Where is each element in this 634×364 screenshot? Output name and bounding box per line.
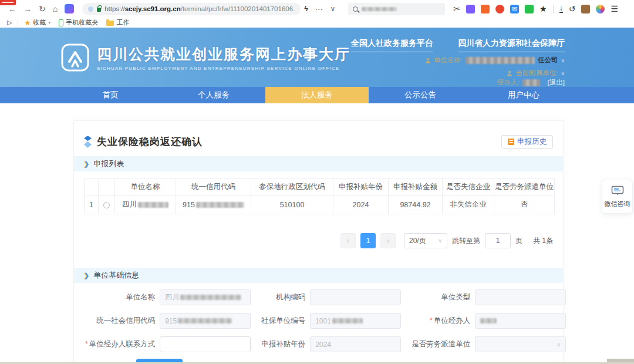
history-undo-icon[interactable]: ↺ xyxy=(569,4,576,14)
bookmark-favorites-label: 收藏 xyxy=(33,18,46,27)
site-logo-icon xyxy=(60,43,90,72)
browser-search-input[interactable] xyxy=(348,3,445,15)
nav-item-home[interactable]: 首页 xyxy=(59,87,162,103)
jump-page-input[interactable] xyxy=(485,233,511,248)
phone-icon xyxy=(59,19,63,26)
credit-code-redacted xyxy=(178,318,232,323)
field-labor-dispatch-label: 是否劳务派遣单位 xyxy=(412,339,470,349)
content-card: 失业保险稳岗返还确认 申报历史 ❯ 申报列表 单位名称 统一信用代码 参保地行政… xyxy=(73,120,564,364)
profile-avatar-icon[interactable] xyxy=(596,5,605,14)
url-host: scejy.sc91.org.cn xyxy=(125,5,181,12)
mail-icon[interactable]: ✉ xyxy=(510,5,519,14)
link-provincial-dept[interactable]: 四川省人力资源和社会保障厅 xyxy=(458,38,565,52)
back-icon[interactable]: ← xyxy=(8,4,16,14)
header-unit-row[interactable]: 单位名称: 任公司 ∨ xyxy=(425,56,565,65)
toolbar-extension-icons: ✂ ✉ ★ ↓ ↺ ☰ xyxy=(453,4,618,14)
declare-table: 单位名称 统一信用代码 参保地行政区划代码 申报补贴年份 申报补贴金额 是否失信… xyxy=(84,178,555,214)
unit-name-redacted xyxy=(180,295,241,300)
row-radio-button[interactable] xyxy=(103,202,110,208)
cell-subsidy-year: 2024 xyxy=(333,196,389,214)
credit-code-value: 915 xyxy=(165,317,177,325)
header-affiliate-row[interactable]: 当前附属单位: ∨ xyxy=(507,69,565,77)
field-unit-agent: *单位经办人 xyxy=(412,313,566,329)
weibo-extension-icon[interactable] xyxy=(495,5,504,14)
pagination: ‹ 1 › 20/页 ∨ 跳转至第 页 共 1条 xyxy=(84,233,553,248)
url-text: https://scejy.sc91.org.cn/terminal/pc/fr… xyxy=(104,5,295,12)
bookmark-favorites[interactable]: ★ 收藏 ▾ xyxy=(24,18,50,27)
wechat-consult-widget[interactable]: 微信咨询 xyxy=(602,180,633,214)
subsidy-year-input: 2024 xyxy=(310,336,401,352)
page-size-select[interactable]: 20/页 ∨ xyxy=(404,233,447,248)
cell-index: 1 xyxy=(85,196,99,214)
header-links: 全国人社政务服务平台 四川省人力资源和社会保障厅 xyxy=(351,38,565,52)
page-number-button[interactable]: 1 xyxy=(360,233,376,248)
unit-agent-redacted xyxy=(480,318,497,323)
nav-item-personal[interactable]: 个人服务 xyxy=(162,87,265,103)
reload-icon[interactable]: ↻ xyxy=(39,4,46,14)
nav-item-user-center[interactable]: 用户中心 xyxy=(472,87,575,103)
section-base-info: ❯ 单位基础信息 xyxy=(74,268,563,283)
unit-name-input: 四川 xyxy=(160,289,251,305)
unit-name-prefix: 四川 xyxy=(122,200,137,208)
col-dishonest: 是否失信企业 xyxy=(443,179,494,196)
declare-history-button[interactable]: 申报历史 xyxy=(501,135,553,149)
translate-extension-icon[interactable] xyxy=(466,5,475,14)
logout-link[interactable]: [退出] xyxy=(548,78,565,87)
field-org-code-label: 机构编码 xyxy=(276,292,305,302)
social-security-no-input: 1001 xyxy=(310,313,401,329)
screenshot-scissors-icon[interactable]: ✂ xyxy=(453,4,460,14)
affiliate-label: 当前附属单位: xyxy=(515,69,558,77)
page-title-row: 失业保险稳岗返还确认 申报历史 xyxy=(84,132,553,151)
addressbar-chevron-icon[interactable]: ∨ xyxy=(331,5,336,13)
favorites-star-icon[interactable]: ★ xyxy=(539,4,547,14)
home-icon[interactable]: ⌂ xyxy=(53,4,58,14)
field-labor-dispatch: 是否劳务派遣单位 ∨ xyxy=(412,336,566,352)
forward-icon[interactable]: → xyxy=(23,4,32,14)
section-arrow-icon: ❯ xyxy=(84,272,89,279)
chevron-down-icon: ∨ xyxy=(438,238,442,244)
lightning-icon[interactable]: ϟ xyxy=(304,5,308,13)
horizontal-scrollbar[interactable] xyxy=(607,359,634,362)
menu-icon[interactable]: ☰ xyxy=(611,4,618,14)
address-bar[interactable]: https://scejy.sc91.org.cn/terminal/pc/fr… xyxy=(82,3,301,15)
agent-contact-input[interactable] xyxy=(165,341,245,349)
screen: ← → ↻ ⌂ https://scejy.sc91.org.cn/termin… xyxy=(0,0,634,364)
section-arrow-icon: ❯ xyxy=(84,160,89,168)
chevron-down-icon: ∨ xyxy=(561,58,565,63)
toolbox-icon[interactable] xyxy=(581,5,590,14)
nav-item-corporate[interactable]: 法人服务 xyxy=(265,87,369,103)
bookmarks-bar: ▷ ★ 收藏 ▾ 手机收藏夹 工作 xyxy=(0,18,634,28)
unit-agent-input xyxy=(475,313,566,329)
labor-dispatch-select[interactable]: ∨ xyxy=(475,336,566,352)
section-declare-list: ❯ 申报列表 xyxy=(74,156,563,171)
person-icon xyxy=(425,58,431,63)
nav-item-announcements[interactable]: 公示公告 xyxy=(369,87,472,103)
cell-labor-dispatch: 否 xyxy=(494,196,555,214)
page-prev-button[interactable]: ‹ xyxy=(340,233,356,248)
game-extension-icon[interactable] xyxy=(481,5,490,14)
col-select xyxy=(99,179,115,196)
page-next-button[interactable]: › xyxy=(380,233,396,248)
toolbar-separator xyxy=(553,5,554,13)
search-icon xyxy=(353,6,358,12)
browser-app-icon[interactable] xyxy=(65,4,74,14)
caret-down-icon: ▾ xyxy=(48,20,50,25)
bookmark-phone-folder[interactable]: 手机收藏夹 xyxy=(59,18,98,27)
downloads-icon[interactable]: ↓ xyxy=(559,5,563,13)
cell-region-code: 510100 xyxy=(251,196,333,214)
cell-subsidy-amount: 98744.92 xyxy=(389,196,443,214)
browser-toolbar: ← → ↻ ⌂ https://scejy.sc91.org.cn/termin… xyxy=(0,0,634,18)
social-security-no-redacted xyxy=(332,318,363,323)
wechat-extension-icon[interactable] xyxy=(525,5,534,14)
unit-name-value: 四川 xyxy=(165,292,179,302)
bookmarks-separator xyxy=(18,19,18,27)
more-options-icon[interactable]: ⋯ xyxy=(315,4,323,14)
document-icon xyxy=(508,139,514,145)
link-national-platform[interactable]: 全国人社政务服务平台 xyxy=(351,38,433,52)
chevron-down-icon: ∨ xyxy=(557,342,561,348)
sidebar-toggle-icon[interactable]: ▷ xyxy=(7,19,12,26)
bookmark-work-folder[interactable]: 工作 xyxy=(106,18,129,27)
field-social-security-no: 社保单位编号 1001 xyxy=(261,313,401,329)
credit-code-input: 915 xyxy=(160,313,251,329)
unit-name-redacted xyxy=(466,57,535,64)
